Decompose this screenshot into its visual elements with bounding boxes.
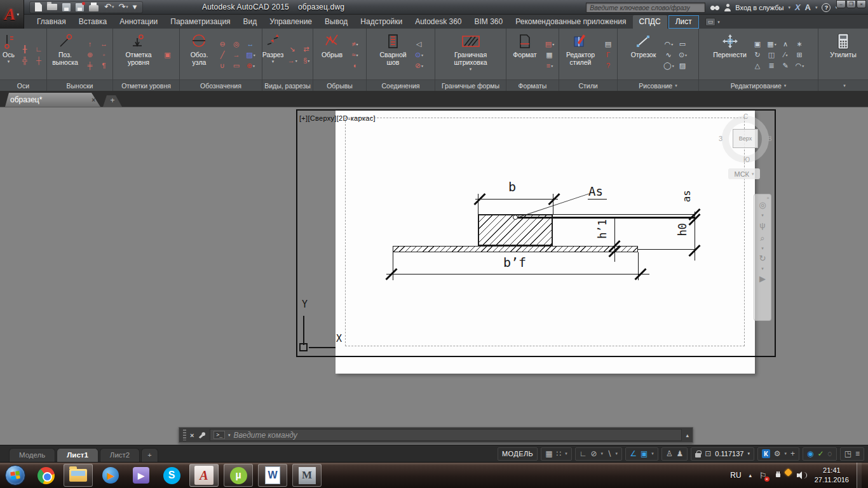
level-mark-button[interactable]: Отметка уровня (118, 30, 159, 79)
format-button[interactable]: Формат (509, 30, 541, 79)
hidden-icons-button[interactable]: ▴ (749, 472, 752, 478)
circle-icon[interactable]: ◯▾ (663, 60, 675, 71)
close-icon[interactable]: × (92, 97, 95, 104)
move-button[interactable]: Перенести (711, 30, 749, 79)
communication-center-icon[interactable]: A (805, 3, 811, 12)
tab-parametrizaciya[interactable]: Параметризация (164, 15, 236, 29)
signin-button[interactable]: Вход в службы (735, 4, 783, 11)
utorrent-icon[interactable]: µ (224, 464, 253, 487)
tab-glavnaya[interactable]: Главная (31, 15, 72, 29)
panel-title-views-sections[interactable]: Виды, разрезы (262, 79, 313, 91)
axis-angle-icon[interactable]: ∟ (33, 44, 46, 55)
panel-title-draw[interactable]: Рисование▾ (618, 79, 698, 91)
explode-icon[interactable]: ∗ (794, 39, 806, 49)
panel-title-joints[interactable]: Соединения (367, 79, 435, 91)
chevron-down-icon[interactable]: ▾ (228, 433, 231, 438)
tab-bim-360[interactable]: BIM 360 (468, 15, 510, 29)
tab-vid[interactable]: Вид (237, 15, 264, 29)
section-arrow-icon[interactable]: ↘ (286, 44, 299, 55)
scale-caret-icon[interactable]: ▾ (747, 449, 750, 458)
node-frame-icon[interactable]: ▭ (231, 60, 243, 71)
panel-title-formats[interactable]: Форматы (506, 79, 559, 91)
leader-comb-icon[interactable]: ¶ (98, 60, 111, 71)
status-plus-icon[interactable]: + (790, 449, 795, 458)
language-indicator[interactable]: RU (730, 471, 741, 480)
qat-menu-icon[interactable]: ▾ (132, 3, 138, 11)
properties-brush-icon[interactable]: ✎ (780, 60, 792, 71)
polyline-icon[interactable]: ∿ (663, 50, 675, 60)
axis-grid-icon[interactable]: ╬ (19, 55, 32, 66)
volume-icon[interactable] (797, 471, 807, 479)
fillet-icon[interactable]: ◠▾ (794, 60, 806, 71)
snap-mode-icon[interactable]: ∷ (556, 449, 561, 458)
stretch-icon[interactable]: ◫ (766, 50, 778, 60)
panel-title-leaders[interactable]: Выноски (47, 79, 112, 91)
save-as-icon[interactable] (76, 3, 85, 11)
wmp-icon[interactable]: ▶ (98, 464, 123, 487)
notebook-icon[interactable]: ▤ (602, 39, 615, 49)
ortho-mode-icon[interactable]: ∟ (580, 449, 587, 458)
chevron-down-icon[interactable]: ▾ (815, 5, 818, 10)
section-line-icon[interactable]: ⇄ (300, 44, 313, 55)
node-arrow-icon[interactable]: → (231, 50, 243, 60)
dim-h1-line[interactable] (614, 217, 615, 262)
leader-chain-icon[interactable]: ⊕ (84, 50, 97, 60)
table-icon[interactable]: ▦ (543, 50, 556, 60)
skype-icon[interactable]: S (159, 464, 184, 487)
panel-title-breaks[interactable]: Обрывы (313, 79, 366, 91)
node-target-icon[interactable]: ⊕▾ (245, 60, 257, 71)
viewport-sync-icon[interactable]: ⊡ (705, 449, 711, 458)
ui-lock-icon[interactable] (695, 453, 701, 458)
autocad-taskbar-icon[interactable]: A (189, 464, 219, 487)
tab-vyvod[interactable]: Вывод (318, 15, 354, 29)
tab-autodesk-360[interactable]: Autodesk 360 (409, 15, 468, 29)
line-button[interactable]: Отрезок (627, 30, 660, 79)
utilities-button[interactable]: Утилиты (825, 30, 861, 79)
panel-title-utilities[interactable]: ▾ (818, 79, 868, 91)
save-icon[interactable] (62, 3, 72, 11)
ribbon-options-button[interactable]: ▭ ▾ (705, 18, 720, 29)
style-editor-button[interactable]: Редактор стилей (562, 30, 600, 79)
power-plug-icon[interactable] (775, 471, 782, 479)
tab-upravlenie[interactable]: Управление (263, 15, 318, 29)
tab-annotacii[interactable]: Аннотации (113, 15, 164, 29)
plot-icon[interactable] (89, 3, 100, 11)
explorer-icon[interactable] (64, 464, 93, 487)
show-desktop-button[interactable] (857, 463, 862, 488)
web-top-extension-line[interactable] (553, 214, 696, 215)
start-button[interactable] (5, 465, 25, 485)
word-icon[interactable]: W (258, 464, 287, 487)
customize-wrench-icon[interactable] (198, 431, 206, 439)
break-tube-icon[interactable]: ◖ (349, 60, 362, 71)
command-line[interactable]: × >_ ▾ Введите команду ▴ (179, 427, 693, 443)
open-file-icon[interactable] (47, 4, 58, 10)
workspace-caret-icon[interactable]: ▾ (784, 449, 787, 458)
dim-b-label[interactable]: b (508, 179, 516, 194)
object-snap-icon[interactable]: ∠ (630, 449, 637, 458)
level-mark-plan-icon[interactable]: ▣ (161, 50, 174, 60)
viewport-scale-value[interactable]: 0.117137 (715, 450, 743, 458)
rebar-line[interactable] (516, 217, 695, 219)
hatch-icon[interactable]: ▨ (677, 60, 689, 71)
spds-mode-icon[interactable]: К (762, 449, 770, 458)
section-button[interactable]: Разрез ▾ (262, 30, 283, 79)
search-icon[interactable] (710, 4, 720, 11)
node-span-icon[interactable]: ↔ (245, 39, 257, 49)
leader-section-icon[interactable]: ╪ (84, 60, 97, 71)
close-icon[interactable]: × (190, 431, 194, 439)
node-slash-icon[interactable]: ╱ (217, 50, 229, 60)
copy-icon[interactable]: ▣ (752, 39, 764, 49)
view-mark-icon[interactable]: §▾ (300, 55, 313, 66)
polar-tracking-icon[interactable]: ⊘ (590, 449, 597, 458)
app-menu-button[interactable]: A ▾ (0, 0, 24, 29)
search-input[interactable]: Введите ключевое слово/фразу (586, 3, 705, 13)
view-arrow-icon[interactable]: →▾ (286, 55, 299, 66)
taskbar-clock[interactable]: 21:41 27.11.2016 (815, 466, 849, 485)
spds-help-icon[interactable]: ? (602, 60, 615, 71)
axis-marks-icon[interactable]: ┼ (33, 55, 46, 66)
otrack-caret-icon[interactable]: ▾ (616, 449, 618, 458)
node-symbol-button[interactable]: Обоз. узла (185, 30, 214, 79)
beam-flange[interactable] (393, 246, 638, 252)
file-tab-obrazec[interactable]: образец* × (5, 93, 100, 107)
node-circle-icon[interactable]: ⊖ (217, 39, 229, 49)
